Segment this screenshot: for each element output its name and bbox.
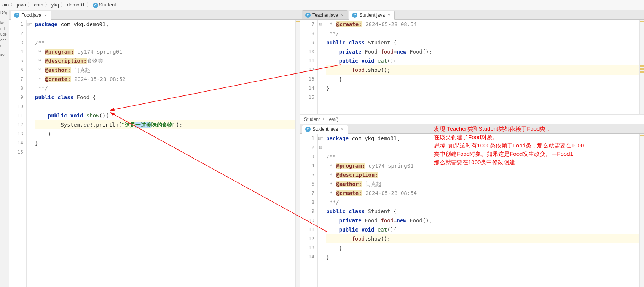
line-number[interactable]: 13 xyxy=(300,243,314,252)
line-number[interactable]: 3 xyxy=(300,152,314,161)
line-number[interactable]: 15 xyxy=(300,93,314,102)
code-line[interactable]: **/ xyxy=(326,198,639,207)
code-line[interactable]: } xyxy=(326,243,639,252)
code-line[interactable]: * @create: 2024-05-28 08:52 xyxy=(35,75,295,84)
line-number[interactable]: 4 xyxy=(9,47,23,56)
fold-marker[interactable]: ⊟ xyxy=(318,143,323,152)
editor-breadcrumb-item[interactable]: eat() xyxy=(329,117,338,122)
code-line[interactable] xyxy=(35,147,295,157)
tab[interactable]: CStudent.java× xyxy=(349,11,395,20)
breadcrumb-item[interactable]: CStudent xyxy=(93,2,116,8)
code-line[interactable]: } xyxy=(326,252,639,262)
line-number[interactable]: 5 xyxy=(300,170,314,179)
line-number[interactable]: 1 xyxy=(300,134,314,143)
line-number[interactable]: 2 xyxy=(9,29,23,38)
code-line[interactable]: private Food food=new Food(); xyxy=(326,216,639,225)
code-line[interactable]: * @description:食物类 xyxy=(35,56,295,65)
code-line[interactable]: public class Student { xyxy=(326,38,639,47)
line-number[interactable]: 14 xyxy=(300,84,314,93)
line-number[interactable]: 13 xyxy=(300,75,314,84)
code-line[interactable]: **/ xyxy=(35,84,295,93)
code-line[interactable] xyxy=(35,29,295,38)
close-icon[interactable]: × xyxy=(387,13,391,17)
line-number[interactable]: 14 xyxy=(9,138,23,147)
code-right-bottom[interactable]: 1234567891011121314 ⊟≡⊟ package com.ykq.… xyxy=(300,134,644,287)
code-line[interactable]: System.out.println("这是一道美味的食物"); xyxy=(35,120,295,129)
line-number[interactable]: 9 xyxy=(9,93,23,102)
line-number[interactable]: 9 xyxy=(300,38,314,47)
code-line[interactable] xyxy=(326,93,639,102)
editor-breadcrumb-right-top[interactable]: Student〉eat() xyxy=(300,114,644,124)
code-line[interactable]: * @program: qy174-spring01 xyxy=(326,161,639,170)
line-number[interactable]: 10 xyxy=(9,102,23,111)
code-line[interactable]: * @author: 闫克起 xyxy=(326,179,639,189)
code-line[interactable]: public class Student { xyxy=(326,207,639,216)
line-number[interactable]: 7 xyxy=(9,75,23,84)
code-line[interactable]: food.show(); xyxy=(326,234,639,243)
line-number[interactable]: 11 xyxy=(300,56,314,65)
line-number[interactable]: 8 xyxy=(9,84,23,93)
line-number[interactable]: 8 xyxy=(300,198,314,207)
code-line[interactable] xyxy=(35,102,295,111)
fold-marker[interactable]: ⊟≡ xyxy=(27,20,32,29)
line-number[interactable]: 7 xyxy=(300,189,314,198)
breadcrumb-item[interactable]: java xyxy=(17,2,26,8)
code-line[interactable]: } xyxy=(326,75,639,84)
close-icon[interactable]: × xyxy=(340,13,344,17)
line-number[interactable]: 2 xyxy=(300,143,314,152)
code-line[interactable]: public class Food { xyxy=(35,93,295,102)
tab[interactable]: CStudent.java× xyxy=(302,125,348,134)
breadcrumb-item[interactable]: com xyxy=(34,2,43,8)
line-number[interactable]: 9 xyxy=(300,207,314,216)
code-line[interactable]: public void eat(){ xyxy=(326,56,639,65)
line-number[interactable]: 12 xyxy=(300,65,314,75)
fold-marker[interactable]: ⊟≡ xyxy=(318,134,323,143)
breadcrumb-item[interactable]: demo01 xyxy=(67,2,85,8)
breadcrumb-item[interactable]: ain xyxy=(2,2,9,8)
code-line[interactable]: private Food food=new Food(); xyxy=(326,47,639,56)
breadcrumb[interactable]: ain〉java〉com〉ykq〉demo01〉CStudent xyxy=(0,0,644,10)
code-line[interactable]: } xyxy=(326,84,639,93)
code-line[interactable]: } xyxy=(35,138,295,147)
code-right-top[interactable]: 789101112131415 ⊟ * @create: 2024-05-28 … xyxy=(300,20,644,114)
line-number[interactable]: 12 xyxy=(9,120,23,129)
code-line[interactable] xyxy=(326,143,639,152)
code-line[interactable]: * @author: 闫克起 xyxy=(35,65,295,75)
line-number[interactable]: 3 xyxy=(9,38,23,47)
code-line[interactable]: **/ xyxy=(326,29,639,38)
code-line[interactable]: * @description: xyxy=(326,170,639,179)
line-number[interactable]: 1 xyxy=(9,20,23,29)
fold-marker[interactable]: ⊟ xyxy=(318,20,323,29)
code-line[interactable]: package com.ykq.demo01; xyxy=(35,20,295,29)
line-number[interactable]: 11 xyxy=(9,111,23,120)
line-number[interactable]: 8 xyxy=(300,29,314,38)
code-left[interactable]: 123456789101112131415 ⊟≡ package com.ykq… xyxy=(9,20,300,287)
code-line[interactable]: /** xyxy=(35,38,295,47)
code-line[interactable]: * @program: qy174-spring01 xyxy=(35,47,295,56)
code-line[interactable]: * @create: 2024-05-28 08:54 xyxy=(326,20,639,29)
line-number[interactable]: 10 xyxy=(300,47,314,56)
line-number[interactable]: 12 xyxy=(300,234,314,243)
tab[interactable]: CFood.java× xyxy=(11,11,51,20)
line-number[interactable]: 4 xyxy=(300,161,314,170)
code-line[interactable]: package com.ykq.demo01; xyxy=(326,134,639,143)
editor-breadcrumb-item[interactable]: Student xyxy=(304,117,320,122)
close-icon[interactable]: × xyxy=(340,127,344,132)
line-number[interactable]: 10 xyxy=(300,216,314,225)
code-line[interactable]: public void eat(){ xyxy=(326,225,639,234)
line-number[interactable]: 6 xyxy=(300,179,314,189)
line-number[interactable]: 15 xyxy=(9,147,23,157)
line-number[interactable]: 6 xyxy=(9,65,23,75)
code-line[interactable]: * @create: 2024-05-28 08:54 xyxy=(326,189,639,198)
close-icon[interactable]: × xyxy=(43,13,48,17)
code-line[interactable]: public void show(){ xyxy=(35,111,295,120)
code-line[interactable]: /** xyxy=(326,152,639,161)
line-number[interactable]: 5 xyxy=(9,56,23,65)
line-number[interactable]: 11 xyxy=(300,225,314,234)
line-number[interactable]: 14 xyxy=(300,252,314,262)
code-line[interactable]: } xyxy=(35,129,295,138)
line-number[interactable]: 13 xyxy=(9,129,23,138)
breadcrumb-item[interactable]: ykq xyxy=(51,2,59,8)
line-number[interactable]: 7 xyxy=(300,20,314,29)
tab[interactable]: CTeacher.java× xyxy=(302,10,348,19)
